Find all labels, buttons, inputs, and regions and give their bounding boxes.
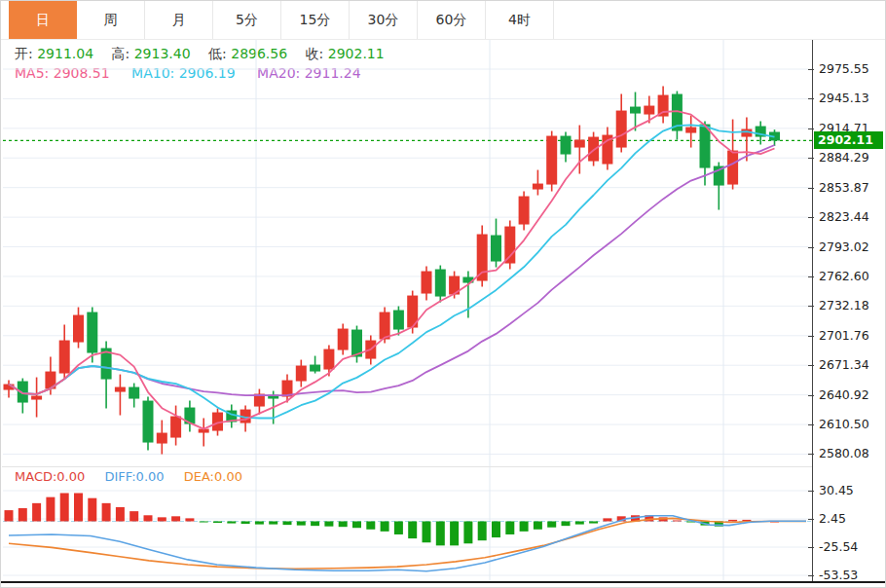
axis-tick [808, 454, 814, 455]
candle[interactable] [435, 266, 446, 303]
candle[interactable] [491, 219, 501, 268]
candle[interactable] [143, 397, 154, 451]
candle[interactable] [519, 192, 530, 231]
candle[interactable] [338, 324, 349, 355]
axis-tick [808, 336, 814, 337]
axis-tick [808, 575, 814, 576]
axis-tick [808, 491, 814, 492]
price-axis-label: 2701.76 [819, 328, 883, 343]
price-axis-label: 2732.18 [819, 298, 883, 312]
candle[interactable] [199, 419, 209, 447]
candle[interactable] [73, 308, 84, 349]
candle[interactable] [18, 379, 28, 414]
axis-tick [808, 395, 814, 396]
axis-tick [808, 98, 814, 99]
period-tabbar: 日周月5分15分30分60分4时 [1, 1, 885, 40]
axis-tick [808, 424, 814, 425]
pane-divider [2, 466, 812, 467]
candle[interactable] [323, 346, 334, 377]
axis-tick [808, 69, 814, 70]
trading-chart-app: 日周月5分15分30分60分4时 开: 2911.04 高: 2913.40 低… [0, 0, 886, 588]
ma10-line [9, 125, 775, 418]
macd-axis-label: 2.45 [819, 511, 883, 526]
macd-gridlines [3, 466, 812, 581]
price-axis-label: 2975.55 [819, 61, 883, 76]
candle[interactable] [310, 356, 320, 374]
candle[interactable] [296, 360, 307, 387]
macd-chart[interactable] [3, 466, 812, 581]
tab-4hour[interactable]: 4时 [486, 1, 554, 39]
tab-month[interactable]: 月 [145, 1, 213, 39]
tab-30min[interactable]: 30分 [350, 1, 418, 39]
current-price-badge: 2902.11 [814, 131, 883, 149]
tab-15min[interactable]: 15分 [281, 1, 350, 39]
candle[interactable] [616, 94, 627, 153]
axis-tick [808, 547, 814, 548]
candle[interactable] [672, 92, 683, 140]
candle[interactable] [422, 267, 432, 301]
candle[interactable] [504, 221, 515, 270]
candle[interactable] [533, 170, 543, 196]
candle[interactable] [769, 129, 780, 146]
candle[interactable] [602, 128, 612, 170]
macd-axis-label: -53.53 [819, 568, 883, 582]
axis-tick [808, 247, 814, 248]
ma5-line [9, 111, 775, 428]
candlestick-chart[interactable] [3, 40, 812, 466]
axis-tick [808, 519, 814, 520]
axis-tick [808, 217, 814, 218]
candle[interactable] [59, 325, 70, 380]
candle[interactable] [658, 87, 669, 124]
price-axis-label: 2671.34 [819, 357, 883, 372]
axis-tick [808, 365, 814, 366]
axis-tick [808, 129, 814, 129]
price-axis-label: 2884.29 [819, 150, 883, 165]
candle[interactable] [644, 96, 654, 124]
main-gridlines [3, 40, 812, 466]
candle[interactable] [31, 378, 42, 418]
price-axis-label: 2640.92 [819, 387, 883, 402]
candle[interactable] [477, 226, 488, 287]
price-axis-label: 2853.87 [819, 180, 883, 195]
candle[interactable] [184, 401, 195, 432]
diff-line [9, 516, 806, 571]
price-axis-line [812, 40, 813, 582]
tab-day[interactable]: 日 [9, 1, 77, 39]
tab-week[interactable]: 周 [77, 1, 145, 39]
tab-5min[interactable]: 5分 [213, 1, 281, 39]
candle[interactable] [157, 421, 167, 455]
price-axis-label: 2823.44 [819, 209, 883, 224]
candle[interactable] [685, 116, 696, 148]
macd-axis-label: 30.45 [819, 483, 883, 497]
candle[interactable] [170, 406, 181, 446]
price-axis-label: 2762.60 [819, 269, 883, 283]
price-axis-label: 2580.08 [819, 446, 883, 460]
candle[interactable] [129, 384, 139, 408]
candle[interactable] [546, 131, 557, 192]
price-axis-label: 2945.13 [819, 91, 883, 105]
chart-bottom-border [1, 581, 885, 583]
price-axis-label: 2793.02 [819, 239, 883, 254]
macd-axis-label: -25.54 [819, 539, 883, 554]
axis-tick [808, 306, 814, 307]
price-axis-label: 2610.50 [819, 417, 883, 431]
axis-tick [808, 188, 814, 189]
axis-tick [808, 158, 814, 159]
candles [4, 87, 781, 455]
tab-60min[interactable]: 60分 [418, 1, 486, 39]
axis-tick [808, 276, 814, 277]
candle[interactable] [588, 132, 599, 166]
candle[interactable] [727, 120, 738, 190]
candle[interactable] [351, 326, 362, 363]
